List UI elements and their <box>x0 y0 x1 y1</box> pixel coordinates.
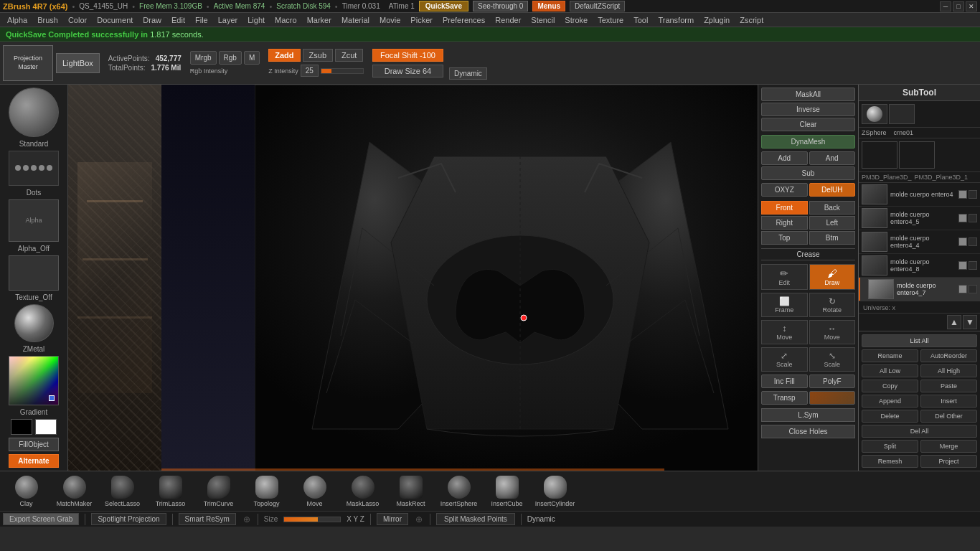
inc-fill-button[interactable]: Inc Fill <box>761 375 808 388</box>
left-view-button[interactable]: Left <box>809 216 856 230</box>
zmetal-preview[interactable] <box>14 304 54 343</box>
scale2-button[interactable]: ⤡ Scale <box>809 347 856 372</box>
menu-stroke[interactable]: Stroke <box>560 14 592 26</box>
rotate-button[interactable]: ↻ Rotate <box>809 293 856 317</box>
menu-layer[interactable]: Layer <box>214 14 242 26</box>
subtool-nav-down[interactable]: ▼ <box>963 315 977 329</box>
btm-view-button[interactable]: Btm <box>809 231 856 245</box>
split-masked-points-button[interactable]: Split Masked Points <box>436 513 515 525</box>
seethrough-button[interactable]: See-through 0 <box>473 1 528 11</box>
menu-transform[interactable]: Transform <box>654 14 698 26</box>
smart-resym-button[interactable]: Smart ReSym <box>179 513 236 525</box>
rename-button[interactable]: Rename <box>862 349 918 362</box>
alternate-button[interactable]: Alternate <box>9 454 59 468</box>
menu-document[interactable]: Document <box>93 14 137 26</box>
paste-button[interactable]: Paste <box>920 380 977 392</box>
append-button[interactable]: Append <box>862 395 918 408</box>
mrgb-button[interactable]: Mrgb <box>190 51 217 65</box>
top-view-button[interactable]: Top <box>761 231 808 245</box>
list-all-button[interactable]: List All <box>862 334 977 347</box>
draw-button[interactable]: 🖌 Draw <box>809 264 856 290</box>
projection-master-button[interactable]: ProjectionMaster <box>3 45 53 81</box>
menu-zscript[interactable]: Zscript <box>735 14 768 26</box>
subtool-item-2[interactable]: molde cuerpo entero4_4 <box>859 230 980 254</box>
selectlasso-tool[interactable]: SelectLasso <box>99 474 146 509</box>
subtool-lock-0[interactable] <box>969 190 977 199</box>
draw-size-button[interactable]: Draw Size 64 <box>372 65 443 77</box>
menu-zplugin[interactable]: Zplugin <box>699 14 734 26</box>
auto-reorder-button[interactable]: AutoReorder <box>920 349 977 362</box>
size-slider[interactable] <box>283 517 341 522</box>
texture-preview[interactable] <box>9 255 59 291</box>
clay-tool[interactable]: Clay <box>3 474 50 509</box>
clear-button[interactable]: Clear <box>761 118 855 131</box>
insertcube-tool[interactable]: InsertCube <box>484 474 530 509</box>
all-low-button[interactable]: All Low <box>862 364 918 377</box>
alpha-preview[interactable]: Alpha <box>9 199 59 242</box>
menu-file[interactable]: File <box>191 14 212 26</box>
minimize-button[interactable]: ─ <box>940 1 951 11</box>
menu-macro[interactable]: Macro <box>270 14 301 26</box>
zsub-button[interactable]: Zsub <box>303 49 333 62</box>
black-swatch[interactable] <box>11 419 32 435</box>
transp-button[interactable]: Transp <box>761 391 808 405</box>
delete-button[interactable]: Delete <box>862 410 918 423</box>
split-button[interactable]: Split <box>862 440 918 453</box>
pm3d-thumb-2[interactable] <box>899 141 935 169</box>
menu-edit[interactable]: Edit <box>167 14 189 26</box>
brush-preview[interactable] <box>9 88 59 137</box>
remesh-button[interactable]: Remesh <box>862 455 918 468</box>
subtool-item-3[interactable]: molde cuerpo entero4_8 <box>859 254 980 278</box>
spotlight-projection-button[interactable]: Spotlight Projection <box>91 513 166 525</box>
move-tool[interactable]: Move <box>291 474 338 509</box>
all-high-button[interactable]: All High <box>920 364 977 377</box>
menus-button[interactable]: Menus <box>532 1 565 11</box>
masklasso-tool[interactable]: MaskLasso <box>339 474 386 509</box>
close-button[interactable]: ✕ <box>966 1 977 11</box>
move-button[interactable]: ↕ Move <box>761 320 808 344</box>
subtool-eye-3[interactable] <box>958 261 967 270</box>
move2-button[interactable]: ↔ Move <box>809 320 856 344</box>
menu-light[interactable]: Light <box>243 14 269 26</box>
zadd-button[interactable]: Zadd <box>268 49 300 62</box>
back-view-button[interactable]: Back <box>809 201 856 215</box>
sub-button[interactable]: Sub <box>761 166 855 180</box>
insertcylinder-tool[interactable]: InsertCylinder <box>532 474 578 509</box>
trimcurve-tool[interactable]: TrimCurve <box>195 474 242 509</box>
and-button[interactable]: And <box>809 151 856 165</box>
pm3d-thumb-1[interactable] <box>862 141 897 169</box>
insert-button[interactable]: Insert <box>920 395 977 408</box>
oxyz-button[interactable]: OXYZ <box>761 183 808 197</box>
export-screen-grab-button[interactable]: Export Screen Grab <box>3 513 79 525</box>
scale-button[interactable]: ⤢ Scale <box>761 347 808 372</box>
fill-object-button[interactable]: FillObject <box>9 438 59 451</box>
m-button[interactable]: M <box>244 51 260 65</box>
subtool-nav-up[interactable]: ▲ <box>947 315 961 329</box>
subtool-eye-1[interactable] <box>958 214 967 222</box>
subtool-item-4[interactable]: molde cuerpo entero4_7 <box>859 278 980 301</box>
menu-alpha[interactable]: Alpha <box>3 14 32 26</box>
subtool-item-0[interactable]: molde cuerpo entero4 <box>859 183 980 207</box>
menu-stencil[interactable]: Stencil <box>527 14 559 26</box>
color-picker[interactable] <box>9 356 59 405</box>
menu-picker[interactable]: Picker <box>406 14 437 26</box>
subtool-lock-3[interactable] <box>969 261 977 270</box>
menu-preferences[interactable]: Preferences <box>438 14 489 26</box>
front-view-button[interactable]: Front <box>761 201 808 215</box>
trimlasso-tool[interactable]: TrimLasso <box>147 474 194 509</box>
canvas-area[interactable] <box>68 85 758 471</box>
menu-draw[interactable]: Draw <box>138 14 166 26</box>
frame-button[interactable]: ⬜ Frame <box>761 293 808 317</box>
lightbox-button[interactable]: LightBox <box>56 53 100 73</box>
add-button[interactable]: Add <box>761 151 808 165</box>
subtool-lock-1[interactable] <box>969 214 977 222</box>
mask-all-button[interactable]: MaskAll <box>761 88 855 101</box>
default-script-button[interactable]: DefaultZScript <box>570 1 625 11</box>
menu-brush[interactable]: Brush <box>33 14 62 26</box>
del-all-button[interactable]: Del All <box>862 425 977 438</box>
l-sym-button[interactable]: L.Sym <box>761 408 855 422</box>
right-view-button[interactable]: Right <box>761 216 808 230</box>
menu-texture[interactable]: Texture <box>593 14 628 26</box>
z-intensity-button[interactable]: 25 <box>301 65 319 77</box>
subtool-eye-0[interactable] <box>958 190 967 199</box>
